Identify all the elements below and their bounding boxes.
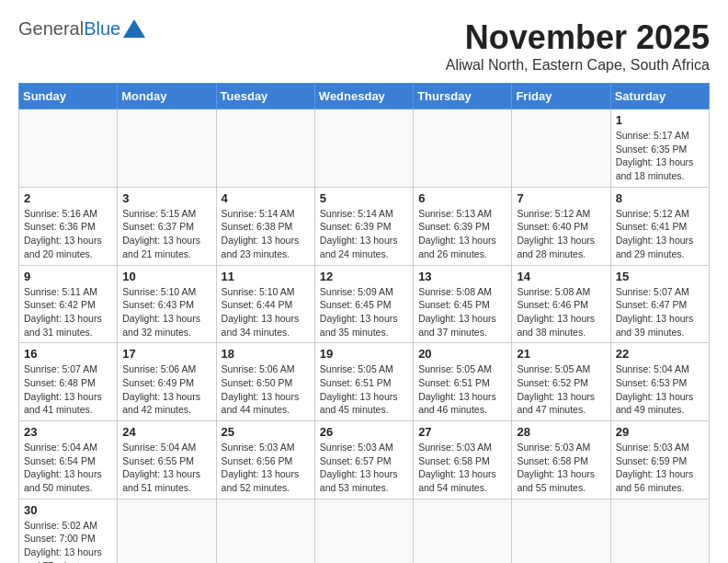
col-header-saturday: Saturday xyxy=(610,84,709,109)
day-info: Sunrise: 5:10 AM Sunset: 6:44 PM Dayligh… xyxy=(222,285,310,339)
calendar-day-cell: 2Sunrise: 5:16 AM Sunset: 6:36 PM Daylig… xyxy=(19,187,118,265)
calendar-week-1: 1Sunrise: 5:17 AM Sunset: 6:35 PM Daylig… xyxy=(19,109,710,188)
day-info: Sunrise: 5:03 AM Sunset: 6:58 PM Dayligh… xyxy=(517,441,605,495)
calendar-day-cell: 12Sunrise: 5:09 AM Sunset: 6:45 PM Dayli… xyxy=(314,265,413,343)
calendar-day-cell: 21Sunrise: 5:05 AM Sunset: 6:52 PM Dayli… xyxy=(512,343,610,421)
day-number: 7 xyxy=(517,191,605,205)
day-number: 3 xyxy=(122,191,210,205)
page-header: General Blue November 2025 Aliwal North,… xyxy=(18,18,710,74)
day-number: 13 xyxy=(418,270,506,283)
logo-triangle-icon xyxy=(123,19,145,38)
calendar-day-cell: 1Sunrise: 5:17 AM Sunset: 6:35 PM Daylig… xyxy=(610,109,709,188)
calendar-week-5: 23Sunrise: 5:04 AM Sunset: 6:54 PM Dayli… xyxy=(19,421,710,500)
calendar-day-cell: 5Sunrise: 5:14 AM Sunset: 6:39 PM Daylig… xyxy=(314,187,413,265)
day-number: 19 xyxy=(320,347,408,361)
col-header-wednesday: Wednesday xyxy=(314,84,413,109)
day-number: 20 xyxy=(418,347,506,361)
calendar-day-cell: 26Sunrise: 5:03 AM Sunset: 6:57 PM Dayli… xyxy=(314,421,413,500)
day-number: 21 xyxy=(517,347,605,361)
day-number: 12 xyxy=(320,270,408,283)
calendar-week-3: 9Sunrise: 5:11 AM Sunset: 6:42 PM Daylig… xyxy=(19,265,710,343)
calendar-day-cell: 23Sunrise: 5:04 AM Sunset: 6:54 PM Dayli… xyxy=(19,421,118,500)
day-number: 18 xyxy=(222,347,310,361)
day-info: Sunrise: 5:15 AM Sunset: 6:37 PM Dayligh… xyxy=(122,207,210,261)
day-number: 9 xyxy=(24,270,112,283)
calendar-day-cell xyxy=(512,499,610,563)
day-info: Sunrise: 5:06 AM Sunset: 6:49 PM Dayligh… xyxy=(122,362,210,417)
calendar-week-4: 16Sunrise: 5:07 AM Sunset: 6:48 PM Dayli… xyxy=(19,343,710,421)
calendar-day-cell: 3Sunrise: 5:15 AM Sunset: 6:37 PM Daylig… xyxy=(118,187,216,265)
calendar-day-cell xyxy=(414,109,512,188)
day-info: Sunrise: 5:03 AM Sunset: 6:58 PM Dayligh… xyxy=(418,441,506,495)
day-number: 4 xyxy=(222,191,310,205)
calendar-day-cell xyxy=(216,109,314,188)
calendar-day-cell: 16Sunrise: 5:07 AM Sunset: 6:48 PM Dayli… xyxy=(19,343,118,421)
day-number: 29 xyxy=(616,425,704,439)
calendar-day-cell: 4Sunrise: 5:14 AM Sunset: 6:38 PM Daylig… xyxy=(216,187,314,265)
calendar-day-cell: 9Sunrise: 5:11 AM Sunset: 6:42 PM Daylig… xyxy=(19,265,118,343)
day-info: Sunrise: 5:03 AM Sunset: 6:57 PM Dayligh… xyxy=(320,441,408,495)
day-number: 25 xyxy=(222,425,310,439)
day-number: 15 xyxy=(616,270,704,283)
day-number: 6 xyxy=(418,191,506,205)
day-number: 14 xyxy=(517,270,605,283)
calendar-day-cell: 6Sunrise: 5:13 AM Sunset: 6:39 PM Daylig… xyxy=(414,187,512,265)
logo-general-text: General xyxy=(18,18,84,40)
calendar-day-cell: 13Sunrise: 5:08 AM Sunset: 6:45 PM Dayli… xyxy=(414,265,512,343)
calendar-day-cell: 20Sunrise: 5:05 AM Sunset: 6:51 PM Dayli… xyxy=(414,343,512,421)
day-info: Sunrise: 5:03 AM Sunset: 6:59 PM Dayligh… xyxy=(616,441,704,495)
day-info: Sunrise: 5:16 AM Sunset: 6:36 PM Dayligh… xyxy=(24,207,112,261)
day-info: Sunrise: 5:07 AM Sunset: 6:48 PM Dayligh… xyxy=(24,362,112,417)
day-number: 16 xyxy=(24,347,112,361)
day-number: 10 xyxy=(122,270,210,283)
calendar-day-cell: 7Sunrise: 5:12 AM Sunset: 6:40 PM Daylig… xyxy=(512,187,610,265)
day-info: Sunrise: 5:17 AM Sunset: 6:35 PM Dayligh… xyxy=(616,129,704,183)
calendar-day-cell: 27Sunrise: 5:03 AM Sunset: 6:58 PM Dayli… xyxy=(414,421,512,500)
col-header-friday: Friday xyxy=(512,84,610,109)
calendar-header-row: SundayMondayTuesdayWednesdayThursdayFrid… xyxy=(19,84,710,109)
day-info: Sunrise: 5:12 AM Sunset: 6:41 PM Dayligh… xyxy=(616,207,704,261)
calendar-day-cell xyxy=(314,499,413,563)
day-info: Sunrise: 5:10 AM Sunset: 6:43 PM Dayligh… xyxy=(122,285,210,339)
calendar-day-cell xyxy=(118,109,216,188)
day-info: Sunrise: 5:08 AM Sunset: 6:45 PM Dayligh… xyxy=(418,285,506,339)
logo: General Blue xyxy=(18,18,145,40)
day-number: 24 xyxy=(122,425,210,439)
day-info: Sunrise: 5:07 AM Sunset: 6:47 PM Dayligh… xyxy=(616,285,704,339)
col-header-thursday: Thursday xyxy=(414,84,512,109)
day-number: 2 xyxy=(24,191,112,205)
calendar-week-2: 2Sunrise: 5:16 AM Sunset: 6:36 PM Daylig… xyxy=(19,187,710,265)
day-info: Sunrise: 5:12 AM Sunset: 6:40 PM Dayligh… xyxy=(517,207,605,261)
day-info: Sunrise: 5:05 AM Sunset: 6:51 PM Dayligh… xyxy=(418,362,506,417)
calendar-day-cell xyxy=(610,499,709,563)
col-header-monday: Monday xyxy=(118,84,216,109)
calendar-day-cell: 19Sunrise: 5:05 AM Sunset: 6:51 PM Dayli… xyxy=(314,343,413,421)
location-text: Aliwal North, Eastern Cape, South Africa xyxy=(446,57,710,74)
calendar-week-6: 30Sunrise: 5:02 AM Sunset: 7:00 PM Dayli… xyxy=(19,499,710,563)
col-header-tuesday: Tuesday xyxy=(216,84,314,109)
day-info: Sunrise: 5:06 AM Sunset: 6:50 PM Dayligh… xyxy=(222,362,310,417)
day-info: Sunrise: 5:04 AM Sunset: 6:55 PM Dayligh… xyxy=(122,441,210,495)
calendar-day-cell: 10Sunrise: 5:10 AM Sunset: 6:43 PM Dayli… xyxy=(118,265,216,343)
day-info: Sunrise: 5:14 AM Sunset: 6:39 PM Dayligh… xyxy=(320,207,408,261)
calendar-day-cell: 18Sunrise: 5:06 AM Sunset: 6:50 PM Dayli… xyxy=(216,343,314,421)
calendar-table: SundayMondayTuesdayWednesdayThursdayFrid… xyxy=(18,83,710,563)
calendar-day-cell: 29Sunrise: 5:03 AM Sunset: 6:59 PM Dayli… xyxy=(610,421,709,500)
day-info: Sunrise: 5:08 AM Sunset: 6:46 PM Dayligh… xyxy=(517,285,605,339)
calendar-day-cell: 24Sunrise: 5:04 AM Sunset: 6:55 PM Dayli… xyxy=(118,421,216,500)
calendar-day-cell xyxy=(314,109,413,188)
day-number: 5 xyxy=(320,191,408,205)
day-number: 17 xyxy=(122,347,210,361)
day-info: Sunrise: 5:13 AM Sunset: 6:39 PM Dayligh… xyxy=(418,207,506,261)
calendar-day-cell: 15Sunrise: 5:07 AM Sunset: 6:47 PM Dayli… xyxy=(610,265,709,343)
calendar-day-cell xyxy=(118,499,216,563)
day-number: 28 xyxy=(517,425,605,439)
day-number: 22 xyxy=(616,347,704,361)
title-block: November 2025 Aliwal North, Eastern Cape… xyxy=(446,18,710,74)
calendar-day-cell: 14Sunrise: 5:08 AM Sunset: 6:46 PM Dayli… xyxy=(512,265,610,343)
calendar-day-cell: 25Sunrise: 5:03 AM Sunset: 6:56 PM Dayli… xyxy=(216,421,314,500)
day-number: 11 xyxy=(222,270,310,283)
day-info: Sunrise: 5:03 AM Sunset: 6:56 PM Dayligh… xyxy=(222,441,310,495)
day-info: Sunrise: 5:04 AM Sunset: 6:53 PM Dayligh… xyxy=(616,362,704,417)
calendar-day-cell: 28Sunrise: 5:03 AM Sunset: 6:58 PM Dayli… xyxy=(512,421,610,500)
